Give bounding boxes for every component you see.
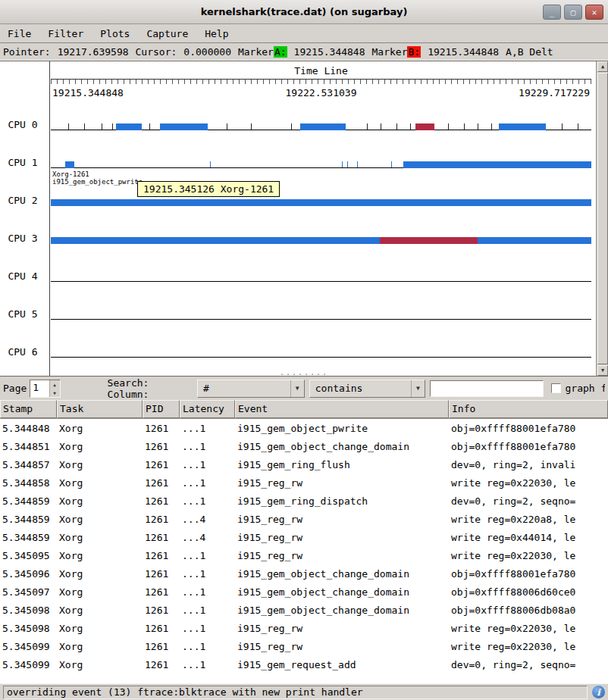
- table-row[interactable]: 5.345097Xorg1261...1i915_gem_object_chan…: [0, 583, 608, 601]
- scroll-down-icon[interactable]: ▼: [597, 365, 608, 376]
- table-row[interactable]: 5.344859Xorg1261...4i915_reg_rwwrite reg…: [0, 510, 608, 528]
- table-row[interactable]: 5.344848Xorg1261...1i915_gem_object_pwri…: [0, 419, 608, 437]
- graph-follows-checkbox[interactable]: [551, 383, 561, 393]
- event-tick[interactable]: [291, 123, 292, 130]
- event-tick[interactable]: [464, 123, 465, 130]
- event-tick[interactable]: [149, 123, 150, 130]
- table-cell: 5.344859: [0, 532, 57, 543]
- table-cell: ...1: [180, 441, 235, 452]
- task-bar-red[interactable]: [380, 237, 478, 244]
- header-info[interactable]: Info: [449, 400, 608, 418]
- event-tick[interactable]: [137, 237, 138, 243]
- event-tick[interactable]: [562, 123, 563, 130]
- cpu-label: CPU 2: [0, 195, 45, 206]
- event-tick[interactable]: [359, 199, 359, 205]
- event-tick[interactable]: [319, 199, 320, 205]
- table-row[interactable]: 5.345096Xorg1261...1i915_gem_object_chan…: [0, 564, 608, 583]
- maximize-icon[interactable]: ▢: [564, 5, 582, 20]
- chevron-down-icon[interactable]: ▼: [290, 380, 304, 397]
- pane-splitter-handle[interactable]: ........: [280, 370, 328, 375]
- header-latency[interactable]: Latency: [180, 400, 235, 418]
- table-row[interactable]: 5.345099Xorg1261...1i915_reg_rwwrite reg…: [0, 637, 608, 655]
- task-bar-blue[interactable]: [499, 123, 546, 130]
- table-row[interactable]: 5.344859Xorg1261...4i915_reg_rwwrite reg…: [0, 528, 608, 546]
- minimize-icon[interactable]: _: [543, 5, 561, 20]
- event-tick[interactable]: [251, 123, 252, 130]
- event-tick[interactable]: [218, 199, 219, 205]
- table-row[interactable]: 5.345098Xorg1261...1i915_gem_object_chan…: [0, 601, 608, 619]
- spin-down-icon[interactable]: ▼: [50, 389, 60, 397]
- event-tick[interactable]: [102, 123, 102, 130]
- task-bar-red[interactable]: [415, 123, 434, 130]
- header-stamp[interactable]: Stamp: [0, 400, 57, 418]
- event-tick[interactable]: [347, 161, 348, 167]
- graph-scrollbar[interactable]: ▲ ▼: [596, 61, 608, 376]
- cpu-label: CPU 3: [0, 233, 45, 244]
- event-tick[interactable]: [396, 123, 397, 130]
- event-tick[interactable]: [578, 123, 578, 130]
- event-tick[interactable]: [342, 161, 343, 167]
- table-cell: 5.345099: [0, 659, 57, 670]
- event-tick[interactable]: [69, 161, 70, 167]
- search-input[interactable]: [430, 380, 544, 397]
- event-tick[interactable]: [432, 161, 433, 167]
- menu-help[interactable]: Help: [205, 28, 228, 39]
- close-icon[interactable]: ✕: [585, 5, 603, 20]
- cpu-plots[interactable]: Time Line 19215.344848 19222.531039 1922…: [51, 61, 591, 376]
- event-tick[interactable]: [448, 123, 449, 130]
- event-tick[interactable]: [381, 123, 381, 130]
- table-cell: 5.345098: [0, 605, 57, 616]
- plot-task-label: Xorg-1261: [52, 170, 89, 178]
- chevron-down-icon[interactable]: ▼: [411, 380, 425, 397]
- table-cell: 5.345095: [0, 550, 57, 561]
- event-tick[interactable]: [410, 123, 411, 130]
- event-tick[interactable]: [300, 199, 301, 205]
- event-tick[interactable]: [210, 161, 211, 167]
- table-cell: Xorg: [57, 659, 143, 670]
- table-row[interactable]: 5.345098Xorg1261...1i915_reg_rwwrite reg…: [0, 619, 608, 637]
- task-bar-blue[interactable]: [51, 237, 591, 244]
- event-tick[interactable]: [357, 161, 358, 167]
- task-bar-blue[interactable]: [160, 123, 208, 130]
- table-row[interactable]: 5.345095Xorg1261...1i915_reg_rwwrite reg…: [0, 546, 608, 564]
- header-task[interactable]: Task: [57, 400, 143, 418]
- menu-plots[interactable]: Plots: [100, 28, 130, 39]
- event-tick[interactable]: [478, 123, 478, 130]
- event-tick[interactable]: [227, 123, 227, 130]
- task-bar-blue[interactable]: [51, 199, 591, 206]
- table-cell: i915_reg_rw: [235, 641, 449, 652]
- table-row[interactable]: 5.344857Xorg1261...1i915_gem_ring_flushd…: [0, 455, 608, 473]
- match-select[interactable]: contains ▼: [309, 380, 425, 398]
- page-value[interactable]: 1: [30, 380, 49, 397]
- task-bar-blue[interactable]: [300, 123, 346, 130]
- event-tick[interactable]: [112, 123, 113, 130]
- menu-capture[interactable]: Capture: [146, 28, 188, 39]
- table-row[interactable]: 5.345099Xorg1261...1i915_gem_request_add…: [0, 655, 608, 673]
- event-tick[interactable]: [367, 123, 368, 130]
- event-tick[interactable]: [97, 237, 98, 243]
- event-tick[interactable]: [391, 161, 392, 167]
- table-row[interactable]: 5.344851Xorg1261...1i915_gem_object_chan…: [0, 437, 608, 455]
- table-cell: ...1: [180, 586, 235, 598]
- table-row[interactable]: 5.344858Xorg1261...1i915_reg_rwwrite reg…: [0, 473, 608, 492]
- scrollbar-thumb[interactable]: [597, 73, 608, 364]
- event-tick[interactable]: [68, 123, 69, 130]
- spin-up-icon[interactable]: ▲: [50, 380, 60, 389]
- event-tick[interactable]: [280, 237, 280, 243]
- menu-filter[interactable]: Filter: [48, 28, 83, 39]
- menu-file[interactable]: File: [8, 28, 31, 39]
- header-pid[interactable]: PID: [143, 400, 180, 418]
- page-spinner[interactable]: 1 ▲ ▼: [30, 380, 60, 398]
- spinner-arrows[interactable]: ▲ ▼: [49, 380, 60, 397]
- header-event[interactable]: Event: [235, 400, 449, 418]
- task-bar-blue[interactable]: [116, 123, 142, 130]
- event-tick[interactable]: [251, 199, 252, 205]
- scroll-up-icon[interactable]: ▲: [597, 61, 608, 72]
- event-tick[interactable]: [491, 123, 492, 130]
- table-row[interactable]: 5.344859Xorg1261...1i915_gem_ring_dispat…: [0, 492, 608, 510]
- table-cell: 1261: [143, 459, 180, 470]
- window-title: kernelshark(trace.dat) (on sugarbay): [201, 6, 408, 17]
- table-cell: 1261: [143, 659, 180, 670]
- column-select[interactable]: # ▼: [197, 380, 305, 398]
- event-tick[interactable]: [84, 123, 85, 130]
